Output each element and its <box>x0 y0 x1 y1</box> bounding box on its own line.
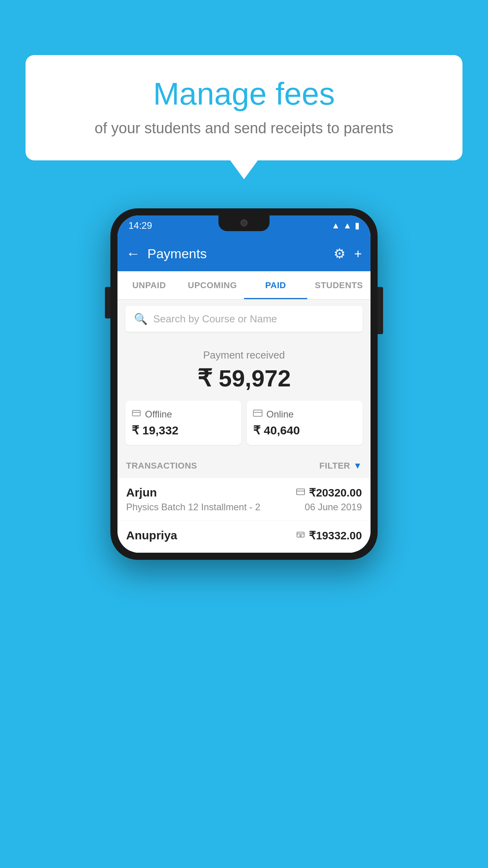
search-icon: 🔍 <box>134 313 148 326</box>
transaction-amount-2: ₹19332.00 <box>309 529 362 542</box>
payment-cards: Offline ₹ 19,332 Online <box>125 401 363 445</box>
camera <box>240 219 248 226</box>
transaction-top: Arjun ₹20320.00 <box>126 486 362 499</box>
search-input[interactable]: Search by Course or Name <box>153 313 277 325</box>
transaction-amount-row: ₹20320.00 <box>296 486 362 499</box>
svg-rect-2 <box>297 489 305 495</box>
status-time: 14:29 <box>128 220 152 231</box>
offline-amount: ₹ 19,332 <box>132 423 235 437</box>
add-button[interactable]: + <box>354 246 362 261</box>
transaction-name: Arjun <box>126 486 157 499</box>
transaction-amount-row-2: ₹19332.00 <box>296 529 362 542</box>
app-bar-title: Payments <box>147 246 327 261</box>
online-card: Online ₹ 40,640 <box>247 401 363 445</box>
status-bar: 14:29 ▲ ▲ ▮ <box>117 215 371 236</box>
offline-label: Offline <box>145 409 172 420</box>
transaction-type-icon-2 <box>296 530 305 541</box>
svg-rect-0 <box>132 410 140 416</box>
status-icons: ▲ ▲ ▮ <box>331 221 360 231</box>
transaction-date: 06 June 2019 <box>305 502 362 513</box>
online-amount: ₹ 40,640 <box>253 423 356 437</box>
back-button[interactable]: ← <box>126 245 140 262</box>
notch <box>218 215 270 231</box>
search-bar[interactable]: 🔍 Search by Course or Name <box>125 306 363 332</box>
tab-upcoming[interactable]: UPCOMING <box>181 271 244 299</box>
offline-icon <box>132 408 141 420</box>
speech-bubble-container: Manage fees of your students and send re… <box>26 55 462 160</box>
phone-outer: 14:29 ▲ ▲ ▮ ← Payments ⚙ + UNPAID <box>110 208 378 560</box>
signal-icon: ▲ <box>343 221 352 231</box>
tabs-bar: UNPAID UPCOMING PAID STUDENTS <box>117 271 371 300</box>
offline-card-header: Offline <box>132 408 235 420</box>
search-container: 🔍 Search by Course or Name <box>117 300 371 338</box>
payment-total: ₹ 59,972 <box>125 364 363 392</box>
transaction-name-2: Anupriya <box>126 529 177 542</box>
transactions-label: TRANSACTIONS <box>126 461 197 471</box>
online-label: Online <box>266 409 294 420</box>
svg-point-4 <box>300 535 301 537</box>
filter-label: FILTER <box>319 461 350 471</box>
transaction-bottom: Physics Batch 12 Installment - 2 06 June… <box>126 502 362 513</box>
payment-summary: Payment received ₹ 59,972 <box>117 338 371 454</box>
transactions-header: TRANSACTIONS FILTER ▼ <box>117 454 371 478</box>
transaction-row[interactable]: Anupriya ₹19332.00 <box>117 521 371 553</box>
online-icon <box>253 408 262 420</box>
bubble-title: Manage fees <box>49 77 439 111</box>
offline-card: Offline ₹ 19,332 <box>125 401 241 445</box>
bubble-subtitle: of your students and send receipts to pa… <box>49 120 439 137</box>
transaction-top-2: Anupriya ₹19332.00 <box>126 529 362 542</box>
wifi-icon: ▲ <box>331 221 340 231</box>
phone: 14:29 ▲ ▲ ▮ ← Payments ⚙ + UNPAID <box>110 208 378 560</box>
settings-button[interactable]: ⚙ <box>334 246 345 261</box>
app-bar: ← Payments ⚙ + <box>117 236 371 271</box>
tab-unpaid[interactable]: UNPAID <box>117 271 181 299</box>
svg-rect-1 <box>253 410 262 416</box>
transaction-row[interactable]: Arjun ₹20320.00 Physics <box>117 478 371 521</box>
payment-received-label: Payment received <box>125 349 363 361</box>
transaction-amount: ₹20320.00 <box>309 486 362 499</box>
app-bar-actions: ⚙ + <box>334 246 362 261</box>
online-card-header: Online <box>253 408 356 420</box>
tab-students[interactable]: STUDENTS <box>307 271 371 299</box>
filter-section[interactable]: FILTER ▼ <box>319 461 362 471</box>
battery-icon: ▮ <box>355 221 360 231</box>
transaction-course: Physics Batch 12 Installment - 2 <box>126 502 260 513</box>
filter-icon: ▼ <box>353 461 362 471</box>
phone-screen: 14:29 ▲ ▲ ▮ ← Payments ⚙ + UNPAID <box>117 215 371 553</box>
tab-paid[interactable]: PAID <box>244 271 307 299</box>
transaction-type-icon <box>296 487 305 498</box>
speech-bubble: Manage fees of your students and send re… <box>26 55 462 160</box>
transactions-list: Arjun ₹20320.00 Physics <box>117 478 371 553</box>
